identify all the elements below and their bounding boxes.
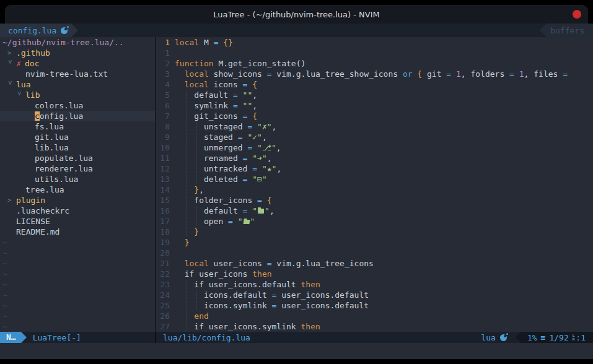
line-number: 9 [156, 132, 175, 142]
line-number: 16 [156, 206, 175, 216]
code-token: {} [223, 38, 233, 47]
code-token: icons.symlink [199, 301, 271, 310]
code-line[interactable]: 1local M = {} [156, 37, 593, 48]
tree-root[interactable]: ~/github/nvim-tree.lua/.. [0, 37, 155, 48]
code-token [175, 227, 185, 236]
code-token: = [233, 90, 238, 100]
code-token: , [276, 164, 281, 173]
code-line[interactable]: 8 ┆ ┆ unstaged = "✗", [156, 121, 593, 132]
code-line[interactable]: 22 if user_icons then [156, 269, 593, 279]
empty-line: ~ [0, 311, 155, 321]
code-token: git_icons [189, 111, 242, 121]
code-token: "⊟" [252, 175, 266, 184]
code-line[interactable]: 9 ┆ ┆ staged = "✓", [156, 132, 593, 142]
code-line[interactable]: 13 ┆ ┆ deleted = "⊟" [156, 174, 593, 184]
tree-item--github[interactable]: >.github [0, 48, 155, 58]
git-unstaged-icon: ✗ [16, 58, 25, 69]
code-token: { [252, 80, 257, 89]
code-token: , [262, 132, 267, 142]
code-line[interactable]: 6 ┆ symlink = "", [156, 100, 593, 111]
tree-item-colors-lua[interactable]: colors.lua [0, 100, 155, 111]
line-number: 5 [156, 90, 175, 100]
tree-item-utils-lua[interactable]: utils.lua [0, 174, 155, 184]
tree-item-license[interactable]: LICENSE [0, 216, 155, 227]
code-line[interactable]: 10 ┆ ┆ unmerged = "⎇", [156, 142, 593, 153]
tilde-marker: ~ [2, 300, 7, 311]
code-line[interactable]: 2function M.get_icon_state() [156, 58, 593, 69]
code-token: user_icons.default [276, 290, 369, 300]
code-line[interactable]: 5 ┆ default = "", [156, 90, 593, 100]
tree-item-renderer-lua[interactable]: renderer.lua [0, 163, 155, 174]
folder-icon [258, 209, 264, 214]
code-line[interactable]: 25 ┆ ┆ icons.symlink = user_icons.defaul… [156, 300, 593, 311]
close-icon[interactable] [573, 10, 581, 19]
code-token: " [238, 217, 243, 226]
code-token [175, 217, 185, 226]
code-token: then [301, 280, 320, 289]
code-line[interactable]: 12 ┆ ┆ untracked = "★", [156, 163, 593, 174]
file-tree[interactable]: ~/github/nvim-tree.lua/..>.github>✗docnv… [0, 37, 155, 332]
code-token: { [267, 196, 272, 205]
code-line[interactable]: 27 ┆ if user_icons.symlink then [156, 321, 593, 332]
code-line[interactable]: 17 ┆ ┆ open = "" [156, 216, 593, 227]
tree-item-lua[interactable]: >lua [0, 79, 155, 90]
code-line[interactable]: 4 local icons = { [156, 79, 593, 90]
code-line[interactable]: 11 ┆ ┆ renamed = "➜", [156, 153, 593, 163]
tree-item-plugin[interactable]: >plugin [0, 195, 155, 206]
code-line[interactable]: 14 ┆ }, [156, 184, 593, 195]
code-line[interactable]: 24 ┆ ┆ icons.default = user_icons.defaul… [156, 290, 593, 300]
code-token [262, 196, 267, 205]
chevron-down-icon[interactable]: > [5, 81, 15, 90]
code-line[interactable]: 18 ┆ } [156, 227, 593, 237]
code-token: } [185, 238, 190, 247]
code-line[interactable]: 21 local user_icons = vim.g.lua_tree_ico… [156, 258, 593, 269]
tree-root-label: ~/github/nvim-tree.lua/.. [2, 37, 124, 48]
line-number: 2 [156, 58, 175, 69]
chevron-down-icon[interactable]: > [5, 60, 15, 69]
code-text [175, 248, 593, 258]
code-token [175, 196, 185, 205]
tree-item-nvim-tree-lua-txt[interactable]: nvim-tree-lua.txt [0, 69, 155, 79]
command-line[interactable] [0, 343, 593, 359]
code-line[interactable]: 26 ┆ end [156, 311, 593, 321]
chevron-down-icon[interactable]: > [14, 92, 25, 100]
tab-config-lua[interactable]: config.lua [0, 24, 71, 37]
line-number: 25 [156, 300, 175, 311]
code-token: vim.g.lua_tree_show_icons [272, 69, 403, 79]
code-line[interactable]: 16 ┆ ┆ default = "", [156, 206, 593, 216]
tree-item-readme-md[interactable]: README.md [0, 227, 155, 237]
code-line[interactable]: 1 [156, 48, 593, 58]
line-number: 8 [156, 121, 175, 132]
tree-item-lib-lua[interactable]: lib.lua [0, 142, 155, 153]
code-token: "★" [262, 164, 276, 173]
tree-item--luacheckrc[interactable]: .luacheckrc [0, 206, 155, 216]
code-line[interactable]: 23 ┆ if user_icons.default then [156, 279, 593, 290]
code-line[interactable]: 15 ┆ folder_icons = { [156, 195, 593, 206]
tree-item-fs-lua[interactable]: fs.lua [0, 121, 155, 132]
tab-line: config.lua buffers [0, 24, 593, 37]
tree-label: colors.lua [35, 100, 83, 111]
code-token: folder_icons [189, 196, 257, 205]
chevron-right-icon[interactable]: > [7, 48, 16, 58]
code-token: local [175, 38, 199, 47]
tree-label: config.lua [35, 111, 83, 121]
chevron-right-icon[interactable]: > [7, 195, 16, 206]
tree-item-lib[interactable]: >lib [0, 90, 155, 100]
code-editor[interactable]: 1local M = {}12function M.get_icon_state… [156, 37, 593, 332]
code-line[interactable]: 20 [156, 248, 593, 258]
code-line[interactable]: 7 ┆ git_icons = { [156, 111, 593, 121]
tree-item-config-lua[interactable]: config.lua [0, 111, 155, 121]
code-token: = [267, 69, 272, 79]
code-line[interactable]: 3 local show_icons = vim.g.lua_tree_show… [156, 69, 593, 79]
code-token: , [252, 101, 257, 110]
code-line[interactable]: 19 } [156, 237, 593, 248]
code-token: , [276, 143, 281, 152]
tree-item-git-lua[interactable]: git.lua [0, 132, 155, 142]
tree-item-tree-lua[interactable]: tree.lua [0, 184, 155, 195]
code-token: end [194, 311, 208, 321]
tree-item-populate-lua[interactable]: populate.lua [0, 153, 155, 163]
powerline-separator [21, 332, 27, 343]
code-text: ┆ } [175, 227, 593, 237]
tree-item-doc[interactable]: >✗doc [0, 58, 155, 69]
empty-line: ~ [0, 290, 155, 300]
